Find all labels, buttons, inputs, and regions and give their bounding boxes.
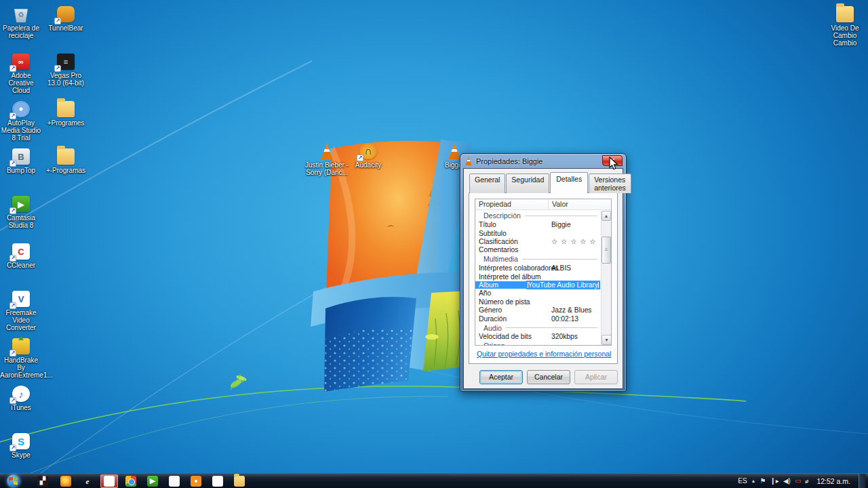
start-button[interactable]	[7, 474, 20, 488]
taskbar-clock[interactable]: 12:52 a.m.	[812, 477, 854, 485]
autoplay-icon	[191, 476, 201, 487]
taskbar-item-c-app[interactable]: C	[209, 474, 226, 488]
hidden-icons-arrow[interactable]: ▲	[751, 479, 756, 483]
c-app-icon: C	[212, 476, 223, 487]
volume-icon[interactable]: ◀)	[783, 477, 791, 485]
taskbar-item-firefox[interactable]	[57, 474, 75, 488]
property-row[interactable]: Subtítulo	[475, 229, 600, 237]
desktop-icon-ccleaner[interactable]: C↗ CCleaner	[0, 243, 42, 269]
tab-general[interactable]: General	[469, 174, 505, 193]
aceptar-button[interactable]: Aceptar	[479, 370, 523, 384]
taskbar-item-chrome[interactable]	[122, 474, 140, 488]
shortcut-arrow-icon: ↗	[9, 113, 16, 119]
vlc-cone-icon	[465, 157, 473, 165]
remove-properties-link[interactable]: Quitar propiedades e información persona…	[477, 350, 610, 358]
shortcut-arrow-icon: ↗	[9, 207, 16, 214]
album-edit-field[interactable]: YouTube Audio Library	[526, 281, 600, 289]
desktop-icon-autoplay-media-studio[interactable]: ↗ AutoPlay Media Studio 8 Trial	[0, 100, 42, 142]
firefox-icon	[60, 476, 71, 487]
desktop-icon-vegas-pro[interactable]: ≡↗ Vegas Pro 13.0 (64-bit)	[45, 53, 87, 87]
desktop-icon-adobe-creative-cloud[interactable]: ∞↗ Adobe Creative Cloud	[0, 53, 42, 94]
system-tray: ES ▲ ⚑ ❙▸ ◀) ▭ ⸙ 12:52 a.m.	[738, 474, 868, 488]
section-row: Origen	[475, 341, 600, 346]
folder-icon	[836, 6, 854, 22]
property-row[interactable]: Intérprete del álbum	[475, 272, 600, 281]
cancelar-button[interactable]: Cancelar	[527, 370, 570, 384]
column-header-valor[interactable]: Valor	[549, 199, 572, 209]
wallpaper-art	[0, 0, 868, 488]
tab-strip: General Seguridad Detalles Versiones ant…	[469, 174, 618, 193]
shortcut-arrow-icon: ↗	[9, 397, 16, 404]
shortcut-arrow-icon: ↗	[9, 160, 16, 167]
shortcut-arrow-icon: ↗	[9, 65, 16, 72]
desktop-icon-itunes[interactable]: ♪↗ iTunes	[0, 385, 42, 411]
desktop-icon-programes-folder[interactable]: +Programes	[45, 100, 87, 127]
shortcut-arrow-icon: ↗	[357, 155, 363, 161]
desktop-icon-tunnelbear[interactable]: ↗ TunnelBear	[45, 5, 87, 32]
desktop-icon-handbrake[interactable]: ↗ HandBrake By AaronExtreme1...	[0, 338, 42, 379]
taskbar-item-camtasia[interactable]: ▶	[144, 474, 161, 488]
camtasia-icon: ▶	[147, 476, 158, 487]
tab-page-detalles: Propiedad Valor Descripción TítuloBiggie…	[469, 192, 618, 364]
property-row[interactable]: Intérpretes colaboradoresALBIS	[475, 264, 600, 272]
mouse-cursor	[608, 157, 620, 170]
tab-versiones-anteriores[interactable]: Versiones anteriores	[589, 174, 631, 193]
desktop-icon-audacity[interactable]: ∩↗ Audacity	[348, 142, 389, 169]
property-row[interactable]: Comentarios	[475, 246, 600, 254]
property-row[interactable]: Número de pista	[475, 298, 600, 306]
tab-detalles[interactable]: Detalles	[550, 172, 588, 193]
dialog-titlebar[interactable]: Propiedades: Biggie	[463, 154, 623, 168]
column-header-propiedad[interactable]: Propiedad	[475, 199, 549, 209]
chrome-icon	[125, 476, 136, 487]
desktop-icon-recycle-bin[interactable]: ♻ Papelera de reciclaje	[0, 5, 42, 39]
desktop-icon-bumptop[interactable]: B↗ BumpTop	[0, 148, 42, 174]
scrollbar-thumb[interactable]	[601, 237, 611, 264]
taskbar-item-opera-active[interactable]: O	[100, 474, 118, 488]
tk-app-icon: TK	[169, 476, 180, 487]
show-desktop-button[interactable]	[859, 474, 865, 488]
folder-icon	[57, 101, 75, 117]
property-row[interactable]: TítuloBiggie	[475, 221, 600, 229]
tab-seguridad[interactable]: Seguridad	[506, 174, 549, 193]
desktop-icon-justin-bieber-file[interactable]: Justin Bieber - Sorry (Danc...	[305, 142, 349, 176]
scroll-down-button[interactable]: ▼	[601, 335, 612, 345]
power-icon[interactable]: ❙▸	[770, 477, 778, 485]
rating-stars: ☆ ☆ ☆ ☆ ☆	[549, 237, 600, 245]
language-indicator[interactable]: ES	[738, 477, 747, 485]
property-row[interactable]: Año	[475, 289, 600, 298]
property-row[interactable]: GéneroJazz & Blues	[475, 306, 600, 314]
taskbar-item-autoplay[interactable]	[187, 474, 205, 488]
list-header: Propiedad Valor	[475, 199, 611, 210]
desktop-icon-video-de-cambio-folder[interactable]: Video De Cambio Cambio	[822, 5, 868, 47]
shortcut-arrow-icon: ↗	[9, 255, 16, 262]
scroll-up-button[interactable]: ▲	[601, 211, 611, 221]
taskbar-item-explorer[interactable]	[231, 474, 248, 488]
desktop-icon-freemake[interactable]: V↗ Freemake Video Converter	[0, 290, 42, 331]
shortcut-arrow-icon: ↗	[9, 302, 16, 309]
desktop-icon-skype[interactable]: S↗ Skype	[0, 432, 42, 459]
dialog-title: Propiedades: Biggie	[476, 157, 542, 165]
shortcut-arrow-icon: ↗	[9, 445, 16, 451]
desktop-icon-programas-folder[interactable]: +-Programas	[45, 148, 87, 174]
list-rows: Descripción TítuloBiggie Subtítulo Clasi…	[475, 211, 600, 345]
property-row[interactable]: Velocidad de bits320kbps	[475, 333, 600, 341]
vertical-scrollbar[interactable]: ▲ ▼	[601, 211, 611, 345]
property-row-selected[interactable]: Álbum YouTube Audio Library	[475, 281, 600, 289]
section-row: Multimedia	[475, 254, 600, 264]
taskbar-item-internet-explorer[interactable]: e	[79, 474, 96, 488]
opera-icon: O	[104, 476, 115, 487]
monitor-icon[interactable]: ▭	[795, 477, 801, 485]
property-row[interactable]: Clasificación☆ ☆ ☆ ☆ ☆	[475, 237, 600, 245]
taskbar-item-dark-app[interactable]: ▞	[34, 474, 52, 488]
desktop-icon-camtasia[interactable]: ▶↗ Camtasia Studia 8	[0, 195, 42, 229]
action-center-flag-icon[interactable]: ⚑	[760, 477, 766, 485]
property-row[interactable]: Duración00:02:13	[475, 314, 600, 323]
dialog-footer: Aceptar Cancelar Aplicar	[469, 364, 618, 384]
shortcut-arrow-icon: ↗	[54, 18, 61, 24]
aplicar-button[interactable]: Aplicar	[574, 370, 618, 384]
folder-icon	[57, 148, 75, 165]
shortcut-arrow-icon: ↗	[9, 350, 16, 357]
taskbar-item-tk-app[interactable]: TK	[165, 474, 183, 488]
network-icon[interactable]: ⸙	[805, 477, 808, 485]
internet-explorer-icon: e	[82, 476, 93, 487]
